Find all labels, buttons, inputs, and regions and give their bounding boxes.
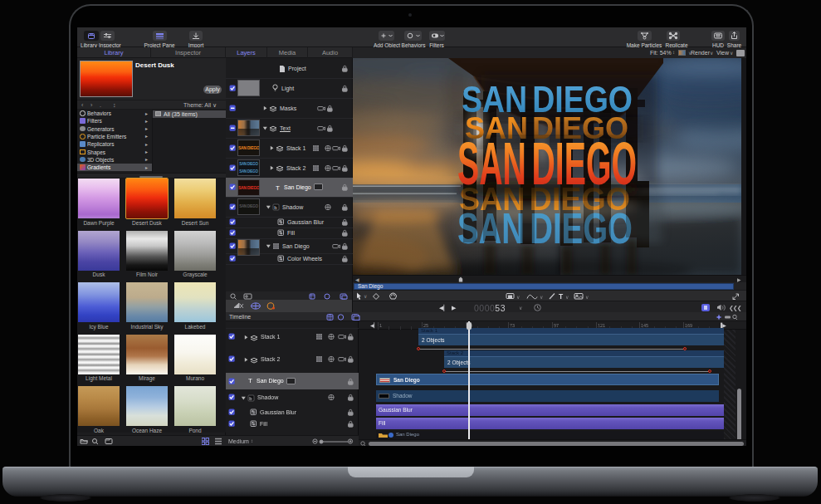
svg-text:SAN DIEGO: SAN DIEGO bbox=[457, 130, 637, 197]
svg-text:∨: ∨ bbox=[585, 295, 589, 300]
svg-text:SAN DIEGO: SAN DIEGO bbox=[462, 79, 633, 120]
svg-text:T: T bbox=[559, 292, 564, 300]
svg-text:∨: ∨ bbox=[364, 294, 367, 299]
svg-text:∨: ∨ bbox=[565, 295, 569, 300]
svg-text:∨: ∨ bbox=[516, 295, 520, 300]
svg-text:∨: ∨ bbox=[540, 295, 543, 300]
